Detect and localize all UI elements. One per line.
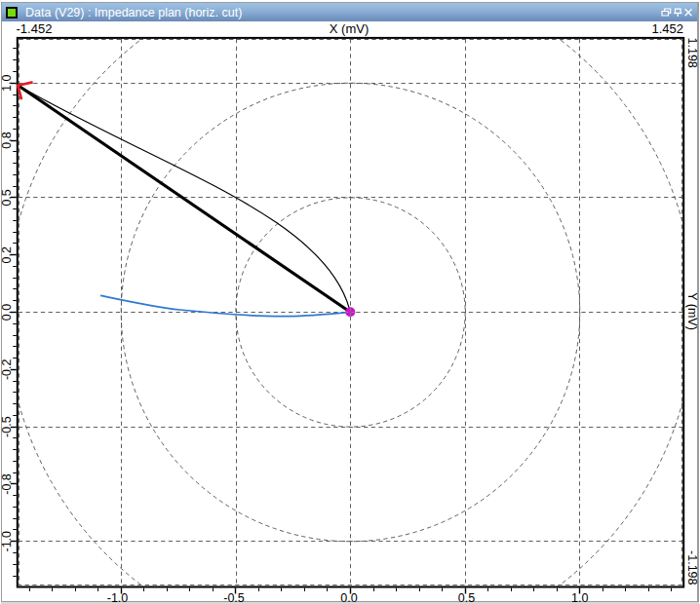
svg-text:1.452: 1.452 (651, 21, 683, 36)
svg-text:0.2: 0.2 (0, 246, 14, 263)
svg-text:0.5: 0.5 (0, 189, 14, 206)
svg-text:1.0: 1.0 (571, 591, 588, 604)
svg-text:0.5: 0.5 (458, 591, 475, 604)
svg-text:-1.0: -1.0 (0, 531, 14, 552)
svg-text:1.0: 1.0 (0, 75, 14, 92)
svg-text:-0.5: -0.5 (0, 416, 14, 437)
svg-text:-0.2: -0.2 (0, 359, 14, 380)
svg-text:0.0: 0.0 (340, 591, 357, 604)
svg-text:-0.8: -0.8 (0, 473, 14, 495)
svg-text:Y (mV): Y (mV) (685, 292, 699, 330)
svg-text:X (mV): X (mV) (330, 21, 369, 36)
svg-text:0.8: 0.8 (0, 132, 14, 148)
svg-text:-1.198: -1.198 (685, 550, 699, 585)
svg-text:-1.0: -1.0 (107, 591, 129, 604)
svg-text:1.198: 1.198 (685, 38, 699, 68)
svg-text:-1.452: -1.452 (17, 21, 53, 36)
svg-text:-0.5: -0.5 (223, 591, 245, 604)
svg-text:0.0: 0.0 (0, 304, 14, 321)
